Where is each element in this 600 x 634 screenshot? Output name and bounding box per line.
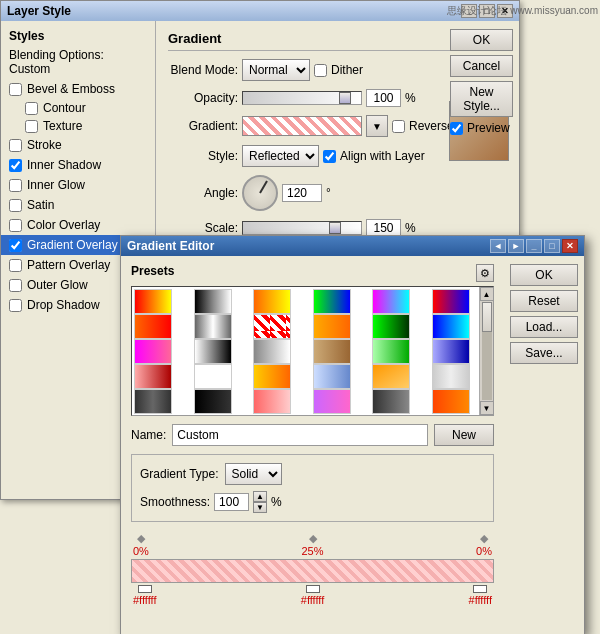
- preset-swatch-20[interactable]: [253, 364, 291, 389]
- outer-glow-label: Outer Glow: [27, 278, 88, 292]
- cancel-button[interactable]: Cancel: [450, 55, 513, 77]
- gradient-type-select[interactable]: Solid Noise: [225, 463, 282, 485]
- bevel-emboss-checkbox[interactable]: [9, 83, 22, 96]
- preset-swatch-0[interactable]: [134, 289, 172, 314]
- ge-load-button[interactable]: Load...: [510, 316, 578, 338]
- preset-swatch-4[interactable]: [372, 289, 410, 314]
- texture-item[interactable]: Texture: [1, 117, 155, 135]
- ge-close-button[interactable]: ✕: [562, 239, 578, 253]
- preset-swatch-8[interactable]: [253, 314, 291, 339]
- color-swatch-mid[interactable]: [306, 585, 320, 593]
- blend-mode-select[interactable]: Normal Multiply Screen Overlay: [242, 59, 310, 81]
- smoothness-up-btn[interactable]: ▲: [253, 491, 267, 502]
- inner-shadow-item[interactable]: Inner Shadow: [1, 155, 155, 175]
- angle-input[interactable]: [282, 184, 322, 202]
- gradient-preview[interactable]: [242, 116, 362, 136]
- outer-glow-checkbox[interactable]: [9, 279, 22, 292]
- gradient-dropdown-btn[interactable]: ▼: [366, 115, 388, 137]
- contour-checkbox[interactable]: [25, 102, 38, 115]
- pattern-overlay-checkbox[interactable]: [9, 259, 22, 272]
- ge-minimize-button[interactable]: _: [526, 239, 542, 253]
- preset-swatch-11[interactable]: [432, 314, 470, 339]
- inner-glow-checkbox[interactable]: [9, 179, 22, 192]
- preset-swatch-12[interactable]: [134, 339, 172, 364]
- angle-dial[interactable]: [242, 175, 278, 211]
- drop-shadow-checkbox[interactable]: [9, 299, 22, 312]
- color-swatch-left[interactable]: [138, 585, 152, 593]
- preset-swatch-14[interactable]: [253, 339, 291, 364]
- preset-swatch-6[interactable]: [134, 314, 172, 339]
- preset-swatch-9[interactable]: [313, 314, 351, 339]
- opacity-input[interactable]: [366, 89, 401, 107]
- inner-shadow-checkbox[interactable]: [9, 159, 22, 172]
- color-stop-mid: #ffffff: [301, 585, 324, 606]
- ge-save-button[interactable]: Save...: [510, 342, 578, 364]
- dither-checkbox[interactable]: [314, 64, 327, 77]
- ok-button[interactable]: OK: [450, 29, 513, 51]
- color-overlay-checkbox[interactable]: [9, 219, 22, 232]
- style-select[interactable]: Linear Radial Reflected Angle Diamond: [242, 145, 319, 167]
- preset-swatch-18[interactable]: [134, 364, 172, 389]
- new-style-button[interactable]: New Style...: [450, 81, 513, 117]
- preset-swatch-24[interactable]: [134, 389, 172, 414]
- preset-swatch-21[interactable]: [313, 364, 351, 389]
- preset-swatch-26[interactable]: [253, 389, 291, 414]
- preset-swatch-27[interactable]: [313, 389, 351, 414]
- opacity-slider[interactable]: [242, 91, 362, 105]
- align-checkbox[interactable]: [323, 150, 336, 163]
- preset-swatch-16[interactable]: [372, 339, 410, 364]
- reverse-checkbox[interactable]: [392, 120, 405, 133]
- satin-label: Satin: [27, 198, 54, 212]
- color-hex-right: #ffffff: [469, 594, 492, 606]
- stroke-checkbox[interactable]: [9, 139, 22, 152]
- inner-glow-item[interactable]: Inner Glow: [1, 175, 155, 195]
- color-overlay-label: Color Overlay: [27, 218, 100, 232]
- gear-icon[interactable]: ⚙: [476, 264, 494, 282]
- scale-slider[interactable]: [242, 221, 362, 235]
- gradient-overlay-checkbox[interactable]: [9, 239, 22, 252]
- scroll-down-arrow[interactable]: ▼: [480, 401, 494, 415]
- gradient-bar[interactable]: [131, 559, 494, 583]
- layer-style-titlebar: Layer Style _ □ ✕: [1, 1, 519, 21]
- bevel-emboss-item[interactable]: Bevel & Emboss: [1, 79, 155, 99]
- color-swatch-right[interactable]: [473, 585, 487, 593]
- blending-options-item[interactable]: Blending Options: Custom: [1, 45, 155, 79]
- texture-checkbox[interactable]: [25, 120, 38, 133]
- inner-glow-label: Inner Glow: [27, 178, 85, 192]
- new-gradient-button[interactable]: New: [434, 424, 494, 446]
- ge-ok-button[interactable]: OK: [510, 264, 578, 286]
- preset-swatch-7[interactable]: [194, 314, 232, 339]
- preset-swatch-10[interactable]: [372, 314, 410, 339]
- ge-maximize-button[interactable]: □: [544, 239, 560, 253]
- preset-swatch-5[interactable]: [432, 289, 470, 314]
- preset-swatch-17[interactable]: [432, 339, 470, 364]
- contour-item[interactable]: Contour: [1, 99, 155, 117]
- ge-nav-left-button[interactable]: ◄: [490, 239, 506, 253]
- stroke-item[interactable]: Stroke: [1, 135, 155, 155]
- ge-nav-right-button[interactable]: ►: [508, 239, 524, 253]
- preview-checkbox[interactable]: [450, 122, 463, 135]
- preset-swatch-1[interactable]: [194, 289, 232, 314]
- preset-swatch-28[interactable]: [372, 389, 410, 414]
- smoothness-down-btn[interactable]: ▼: [253, 502, 267, 513]
- preset-swatch-22[interactable]: [372, 364, 410, 389]
- scroll-thumb[interactable]: [482, 302, 492, 332]
- styles-header: Styles: [1, 27, 155, 45]
- smoothness-input[interactable]: [214, 493, 249, 511]
- satin-checkbox[interactable]: [9, 199, 22, 212]
- name-input[interactable]: [172, 424, 428, 446]
- preset-swatch-13[interactable]: [194, 339, 232, 364]
- preset-swatch-29[interactable]: [432, 389, 470, 414]
- preset-swatch-2[interactable]: [253, 289, 291, 314]
- preset-swatch-15[interactable]: [313, 339, 351, 364]
- preset-swatch-3[interactable]: [313, 289, 351, 314]
- preset-swatch-19[interactable]: [194, 364, 232, 389]
- color-overlay-item[interactable]: Color Overlay: [1, 215, 155, 235]
- gradient-editor-title: Gradient Editor: [127, 239, 214, 253]
- presets-grid: [132, 287, 493, 416]
- satin-item[interactable]: Satin: [1, 195, 155, 215]
- preset-swatch-23[interactable]: [432, 364, 470, 389]
- scroll-up-arrow[interactable]: ▲: [480, 287, 494, 301]
- ge-reset-button[interactable]: Reset: [510, 290, 578, 312]
- preset-swatch-25[interactable]: [194, 389, 232, 414]
